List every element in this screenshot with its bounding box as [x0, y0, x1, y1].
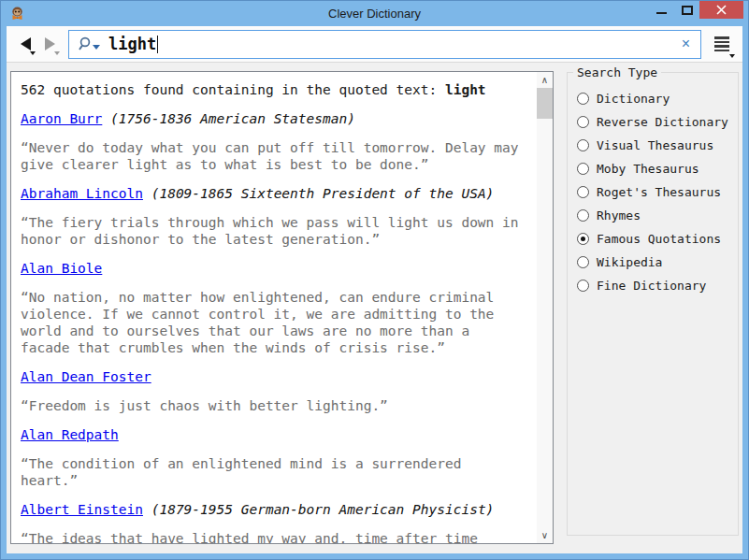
forward-dropdown-caret-icon — [54, 51, 60, 55]
author-link[interactable]: Alan Dean Foster — [21, 369, 151, 384]
radio-label: Moby Thesaurus — [597, 162, 699, 176]
author-link[interactable]: Alan Redpath — [21, 427, 119, 442]
radio-label: Rhymes — [597, 208, 641, 223]
quotation-author-line: Aaron Burr (1756-1836 American Statesman… — [21, 110, 522, 127]
forward-button[interactable] — [37, 30, 62, 58]
text-cursor — [157, 36, 158, 53]
scrollbar-thumb[interactable] — [537, 88, 553, 119]
author-detail: (1879-1955 German-born American Physicis… — [151, 502, 495, 517]
quotation-text: “The fiery trials through which we pass … — [21, 214, 522, 248]
minimize-button[interactable] — [649, 1, 674, 19]
search-type-option[interactable]: Famous Quotations — [577, 227, 738, 251]
radio-button-icon[interactable] — [577, 93, 589, 105]
radio-button-icon[interactable] — [577, 116, 589, 128]
author-detail: (1809-1865 Sixteenth President of the US… — [151, 186, 495, 201]
search-type-option[interactable]: Dictionary — [577, 87, 738, 110]
search-type-option[interactable]: Wikipedia — [577, 251, 738, 274]
search-type-option[interactable]: Reverse Dictionary — [577, 110, 738, 134]
author-detail: (1756-1836 American Statesman) — [110, 111, 355, 126]
search-input[interactable]: light × — [68, 30, 701, 59]
clear-search-icon[interactable]: × — [680, 36, 692, 51]
search-magnifier-icon — [78, 36, 92, 51]
search-type-label: Search Type — [573, 65, 661, 79]
results-header: 562 quotations found containing in the q… — [21, 81, 522, 98]
quotation-author-line: Alan Redpath — [21, 426, 522, 443]
quotation-list: Aaron Burr (1756-1836 American Statesman… — [21, 110, 537, 543]
back-arrow-icon — [21, 37, 31, 50]
quotation-text: “No nation, no matter how enlightened, c… — [21, 289, 522, 356]
radio-label: Famous Quotations — [597, 232, 721, 246]
radio-button-icon[interactable] — [577, 186, 589, 198]
results-scrollbar[interactable]: ∧ ∨ — [537, 72, 553, 543]
radio-button-icon[interactable] — [577, 139, 589, 151]
search-type-options: Dictionary Reverse Dictionary Visual The… — [568, 79, 738, 297]
radio-button-icon[interactable] — [577, 256, 589, 268]
search-type-option[interactable]: Rhymes — [577, 204, 738, 227]
search-type-option[interactable]: Moby Thesaurus — [577, 157, 738, 180]
radio-button-icon[interactable] — [577, 233, 589, 245]
quotation-author-line: Alan Biole — [21, 260, 522, 277]
caption-buttons — [649, 1, 743, 19]
back-button[interactable] — [13, 30, 37, 58]
quotation-author-line: Abraham Lincoln (1809-1865 Sixteenth Pre… — [21, 185, 522, 202]
radio-button-icon[interactable] — [577, 163, 589, 175]
scroll-down-button[interactable]: ∨ — [537, 527, 553, 543]
radio-label: Fine Dictionary — [597, 279, 706, 293]
radio-label: Roget's Thesaurus — [597, 185, 721, 199]
quotation-text: “The ideas that have lighted my way and,… — [21, 530, 522, 543]
maximize-icon — [682, 6, 693, 15]
quotation-text: “The condition of an enlightened mind is… — [21, 455, 522, 489]
author-link[interactable]: Alan Biole — [21, 261, 102, 276]
radio-label: Wikipedia — [597, 255, 662, 269]
radio-button-icon[interactable] — [577, 280, 589, 292]
search-type-groupbox: Search Type Dictionary Reverse Dictionar… — [567, 65, 739, 536]
quotation-text: “Never do today what you can put off til… — [21, 139, 522, 173]
menu-dropdown-caret-icon — [729, 54, 735, 58]
author-link[interactable]: Aaron Burr — [21, 111, 102, 126]
hamburger-icon — [714, 36, 729, 39]
author-link[interactable]: Albert Einstein — [21, 502, 143, 517]
quotation-author-line: Albert Einstein (1879-1955 German-born A… — [21, 501, 522, 518]
scroll-up-button[interactable]: ∧ — [537, 72, 553, 88]
quotation-author-line: Alan Dean Foster — [21, 368, 522, 385]
search-type-option[interactable]: Fine Dictionary — [577, 274, 738, 297]
back-dropdown-caret-icon — [30, 51, 36, 55]
forward-arrow-icon — [45, 37, 55, 50]
close-icon — [716, 5, 727, 15]
radio-label: Reverse Dictionary — [597, 115, 728, 129]
menu-button[interactable] — [708, 30, 736, 59]
author-link[interactable]: Abraham Lincoln — [21, 186, 143, 201]
search-value: light — [108, 35, 156, 53]
app-window: Clever Dictionary — [0, 0, 749, 560]
search-scope-caret-icon[interactable] — [93, 45, 100, 50]
maximize-button[interactable] — [674, 1, 699, 19]
results-pane[interactable]: 562 quotations found containing in the q… — [10, 71, 554, 544]
titlebar[interactable]: Clever Dictionary — [1, 1, 748, 26]
quotation-text: “Freedom is just chaos with better light… — [21, 397, 522, 414]
window-title: Clever Dictionary — [1, 7, 748, 21]
minimize-icon — [656, 12, 667, 14]
results-text: 562 quotations found containing in the q… — [11, 72, 537, 543]
radio-button-icon[interactable] — [577, 209, 589, 222]
radio-label: Visual Thesaurus — [597, 138, 713, 152]
toolbar: light × — [7, 26, 742, 63]
search-type-option[interactable]: Roget's Thesaurus — [577, 180, 738, 204]
window-body: light × 562 quotations found containing … — [7, 26, 742, 553]
close-button[interactable] — [699, 1, 743, 19]
radio-label: Dictionary — [597, 92, 670, 106]
content-area: 562 quotations found containing in the q… — [7, 63, 742, 553]
search-type-option[interactable]: Visual Thesaurus — [577, 134, 738, 157]
search-term: light — [445, 82, 486, 97]
